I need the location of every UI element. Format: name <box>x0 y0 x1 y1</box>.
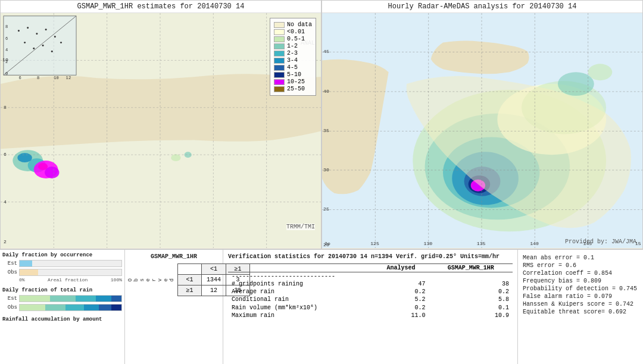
obs-bar-row-1: Obs <box>2 268 122 277</box>
legend-label-34: 3-4 <box>287 57 298 64</box>
stats-row-1: # gridpoints raining 47 38 <box>228 280 513 288</box>
contingency-val-11: 1344 <box>202 275 226 285</box>
svg-text:125: 125 <box>370 241 379 246</box>
stats-label-2: Average rain <box>228 288 373 296</box>
right-map-background: 45 40 35 30 25 20 125 130 135 140 145 15 <box>322 13 642 248</box>
legend-05-1: 0.5-1 <box>274 36 312 42</box>
svg-text:6: 6 <box>18 76 21 80</box>
svg-point-57 <box>558 72 594 96</box>
legend-1-2: 1-2 <box>274 43 312 49</box>
est-bar-row-2: Est <box>2 294 122 303</box>
svg-point-23 <box>36 33 38 34</box>
legend-color-23 <box>274 51 285 57</box>
legend-label-23: 2-3 <box>287 50 298 57</box>
legend-color-12 <box>274 43 285 49</box>
legend-color-2550 <box>274 86 285 92</box>
svg-point-27 <box>33 48 35 49</box>
score-hanssen-kuipers: Hanssen & Kuipers score = 0.742 <box>523 301 638 307</box>
charts-panel: Daily fraction by occurrence Est Obs 0% <box>0 250 125 364</box>
stats-val1-3: 5.2 <box>373 296 429 303</box>
obs-label-2: Obs <box>2 305 17 310</box>
obs-bar-seg3 <box>65 305 84 310</box>
svg-text:6: 6 <box>5 36 8 41</box>
stats-table: Analysed GSMAP_MWR_1HR -----------------… <box>228 263 513 319</box>
obs-label-1: Obs <box>2 269 17 275</box>
est-bar-container-2 <box>19 295 122 302</box>
obs-bar-seg1 <box>20 305 45 310</box>
stats-label-5: Maximum rain <box>228 312 373 319</box>
stats-val1-4: 0.2 <box>373 303 429 312</box>
est-bar-seg5 <box>111 296 121 302</box>
contingency-row-label-ge1: ≥1 <box>178 285 202 296</box>
contingency-panel: GSMAP_MWR_1HR Observed <1 ≥1 <1 1344 <box>125 250 223 364</box>
stats-col-gsmap: GSMAP_MWR_1HR <box>429 264 513 272</box>
stats-row-2: Average rain 0.2 0.2 <box>228 288 513 296</box>
stats-val1-5: 11.0 <box>373 312 429 319</box>
obs-bar-1 <box>20 269 38 275</box>
svg-point-28 <box>42 45 44 46</box>
svg-text:8: 8 <box>4 105 7 110</box>
legend-10-25: 10-25 <box>274 79 312 85</box>
legend-label-001: <0.01 <box>287 29 305 35</box>
stats-val1-1: 47 <box>373 280 429 288</box>
obs-bar-seg4 <box>84 305 99 310</box>
svg-text:4: 4 <box>4 199 7 205</box>
scores-panel: Mean abs error = 0.1 RMS error = 0.6 Cor… <box>518 250 643 364</box>
obs-bar-container-2 <box>19 304 122 311</box>
svg-text:10: 10 <box>2 57 8 62</box>
legend-label-2550: 25-50 <box>287 86 305 92</box>
svg-point-22 <box>27 27 29 29</box>
svg-point-29 <box>51 51 53 52</box>
left-map-background: 0 2 4 6 8 6 8 10 12 10 8 6 4 2 <box>1 13 321 248</box>
est-stacked-bar <box>20 296 121 302</box>
legend-color-05 <box>274 36 285 42</box>
legend-25-50: 25-50 <box>274 86 312 92</box>
contingency-col-lt1: <1 <box>202 264 226 275</box>
legend-5-10: 5-10 <box>274 71 312 78</box>
stats-val2-4: 0.1 <box>429 303 513 312</box>
obs-bar-seg5 <box>99 305 111 310</box>
svg-text:25: 25 <box>323 207 329 212</box>
left-map-title: GSMAP_MWR_1HR estimates for 20140730 14 <box>1 1 321 13</box>
stats-label-4: Rain volume (mm*km²x10⁶) <box>228 303 373 312</box>
svg-text:0: 0 <box>5 71 8 76</box>
legend-color-001 <box>274 29 285 35</box>
stats-row-3: Conditional rain 5.2 5.8 <box>228 296 513 303</box>
bar-axis-1: 0% Areal fraction 100% <box>19 277 122 283</box>
legend-4-5: 4-5 <box>274 64 312 71</box>
est-bar-seg1 <box>20 296 50 302</box>
stats-val2-3: 5.8 <box>429 296 513 303</box>
est-label-2: Est <box>2 296 17 302</box>
svg-text:10: 10 <box>54 76 59 80</box>
svg-point-8 <box>171 154 180 161</box>
legend-color-34 <box>274 58 285 64</box>
svg-text:40: 40 <box>323 89 329 94</box>
stats-divider-line: ----------------------------- <box>228 272 513 281</box>
chart-title-1: Daily fraction by occurrence <box>2 252 122 258</box>
stats-val2-5: 10.9 <box>429 312 513 319</box>
svg-text:140: 140 <box>530 241 539 246</box>
stats-label-1: # gridpoints raining <box>228 280 373 288</box>
axis-0: 0% <box>19 277 25 283</box>
right-map-panel: Hourly Radar-AMeDAS analysis for 2014073… <box>322 0 643 249</box>
est-bar-seg4 <box>96 296 111 302</box>
observed-label: Observed <box>127 278 175 281</box>
chart-title-2: Daily fraction of total rain <box>2 287 122 293</box>
score-equitable-threat: Equitable threat score= 0.692 <box>523 309 638 315</box>
obs-bar-row-2: Obs <box>2 303 122 312</box>
legend-color-1025 <box>274 79 285 85</box>
svg-text:8: 8 <box>37 76 39 80</box>
legend-label-05: 0.5-1 <box>287 36 305 42</box>
score-prob-detection: Probability of detection = 0.745 <box>523 285 638 292</box>
legend-label-45: 4-5 <box>287 64 298 71</box>
verification-title: Verification statistics for 20140730 14 … <box>228 253 513 260</box>
est-bar-container-1 <box>19 260 122 267</box>
est-bar-seg3 <box>76 296 96 302</box>
svg-text:30: 30 <box>323 167 329 172</box>
verification-panel: Verification statistics for 20140730 14 … <box>223 250 518 364</box>
legend-label-1025: 10-25 <box>287 79 305 85</box>
svg-text:4: 4 <box>5 48 8 53</box>
legend-2-3: 2-3 <box>274 50 312 57</box>
svg-text:2: 2 <box>4 239 7 244</box>
stats-empty-col <box>228 264 373 272</box>
